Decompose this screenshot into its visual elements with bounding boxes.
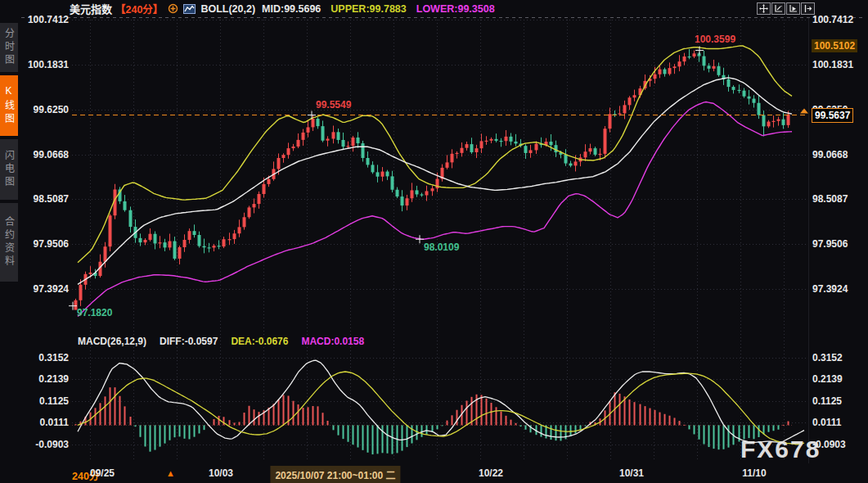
axis-label: 100.1831 bbox=[21, 59, 69, 70]
sidebar-item-contract-info[interactable]: 合约资料 bbox=[0, 203, 18, 282]
sidebar-item-kline-chart[interactable]: K线图 bbox=[0, 75, 18, 136]
axis-label: 0.2139 bbox=[812, 373, 860, 385]
chart-thumbnail-icon[interactable] bbox=[183, 4, 196, 14]
macd-indicator-bar: MACD(26,12,9) DIFF:-0.0597 DEA:-0.0676 M… bbox=[78, 336, 364, 347]
x-axis-date: 10/31 bbox=[619, 467, 644, 479]
axis-label: 0.3152 bbox=[812, 352, 860, 363]
scale-axis-icon[interactable] bbox=[771, 2, 785, 15]
price-annotation: 97.1820 bbox=[77, 307, 112, 318]
macd-name: MACD(26,12,9) bbox=[78, 336, 146, 347]
watermark-logo: FX678 bbox=[740, 436, 821, 463]
top-bar: 美元指数 【240分】 BOLL(20,2) MID:99.5696 UPPER… bbox=[21, 0, 868, 17]
axis-label: 0.3152 bbox=[21, 352, 69, 363]
price-annotation: 100.3599 bbox=[695, 34, 735, 45]
axis-label: 100.1831 bbox=[812, 59, 860, 70]
scale-play-icon[interactable] bbox=[786, 2, 800, 15]
axis-label: 99.6250 bbox=[21, 104, 69, 115]
x-axis-date: 10/22 bbox=[479, 467, 503, 479]
boll-upper-value: UPPER:99.7883 bbox=[331, 3, 406, 15]
current-price-box: 99.5637 bbox=[812, 108, 853, 123]
selected-candle-time: 2025/10/07 21:00~01:00 二 bbox=[270, 466, 400, 483]
crosshair-move-icon[interactable] bbox=[757, 2, 771, 15]
axis-label: 97.3924 bbox=[812, 283, 860, 295]
axis-label: 98.5087 bbox=[21, 193, 69, 205]
axis-label: 0.2139 bbox=[21, 373, 69, 385]
trading-app-window: 美元指数 【240分】 BOLL(20,2) MID:99.5696 UPPER… bbox=[0, 0, 868, 483]
axis-label: 99.0668 bbox=[21, 149, 69, 160]
period-dropdown-icon[interactable]: ▲ bbox=[166, 468, 175, 478]
x-axis-date: 09/25 bbox=[90, 467, 115, 479]
sidebar-item-lightning-chart[interactable]: 闪电图 bbox=[0, 139, 18, 200]
axis-label: 0.0111 bbox=[21, 417, 69, 428]
axis-label: 99.0668 bbox=[812, 149, 860, 160]
bottom-bar: 240分 ▲ 2025/10/07 21:00~01:00 二 09/2510/… bbox=[21, 465, 868, 483]
sidebar: 分时图 K线图 闪电图 合约资料 bbox=[0, 0, 18, 483]
axis-label: 0.0111 bbox=[812, 417, 860, 428]
axis-label: 97.9506 bbox=[812, 238, 860, 250]
axis-label: -0.0903 bbox=[812, 439, 860, 450]
highest-price-box: 100.5102 bbox=[812, 39, 857, 52]
add-circle-icon[interactable] bbox=[168, 3, 178, 14]
axis-label: 97.9506 bbox=[21, 238, 69, 250]
price-annotation: 99.5549 bbox=[316, 99, 351, 111]
symbol-title: 美元指数 bbox=[70, 1, 112, 16]
macd-dea-value: DEA:-0.0676 bbox=[231, 336, 288, 347]
axis-label: 0.1125 bbox=[21, 395, 69, 407]
axis-label: 0.1125 bbox=[812, 395, 860, 407]
boll-lower-value: LOWER:99.3508 bbox=[416, 3, 495, 15]
macd-hist-value: MACD:0.0158 bbox=[301, 336, 364, 347]
axis-label: 98.5087 bbox=[812, 193, 860, 205]
price-annotation: 98.0109 bbox=[424, 242, 459, 253]
axis-label: -0.0903 bbox=[21, 439, 69, 450]
boll-mid-value: MID:99.5696 bbox=[262, 3, 321, 15]
macd-diff-value: DIFF:-0.0597 bbox=[160, 336, 218, 347]
boll-indicator-label: BOLL(20,2) bbox=[200, 3, 255, 15]
x-axis-date: 10/03 bbox=[209, 467, 233, 479]
sidebar-item-time-chart[interactable]: 分时图 bbox=[0, 23, 18, 72]
period-tag: 【240分】 bbox=[115, 1, 163, 16]
pan-right-icon[interactable] bbox=[801, 2, 815, 15]
x-axis-date: 11/10 bbox=[742, 467, 766, 479]
axis-label: 97.3924 bbox=[21, 283, 69, 295]
